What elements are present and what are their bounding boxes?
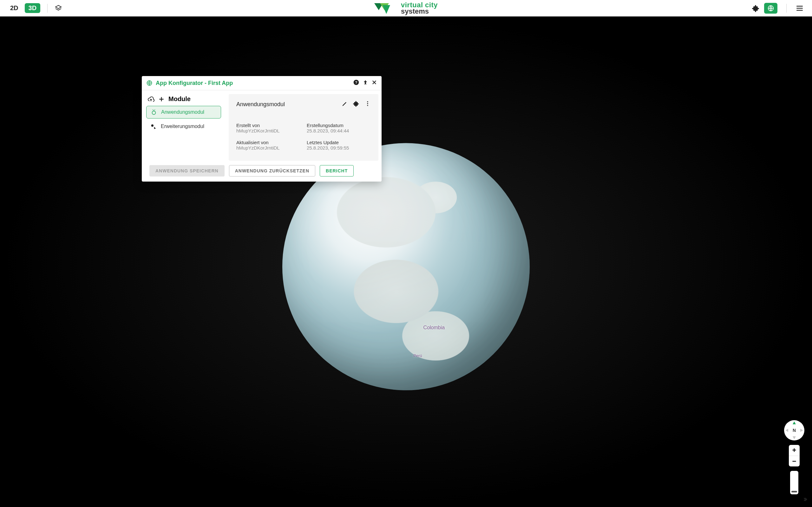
globe-icon [767,5,774,12]
compass[interactable]: N [784,420,804,441]
help-button[interactable]: ? [353,79,359,87]
view-2d-button[interactable]: 2D [6,3,22,13]
layers-button[interactable] [55,4,62,12]
module-section-title: Module [168,95,191,103]
more-vertical-icon [364,101,371,107]
module-detail-panel: Anwendungsmodul Erstellt von hMupYzDKorJ… [229,94,378,161]
globe-label-peru: Perú [413,353,422,358]
compass-letter: N [793,428,796,433]
edit-module-button[interactable] [342,101,348,108]
menu-button[interactable] [796,4,804,12]
svg-point-15 [152,111,156,114]
globe-mode-button[interactable] [764,3,777,14]
help-icon: ? [353,79,359,86]
module-plugin-button[interactable] [353,101,359,108]
zoom-in-button[interactable]: + [789,445,800,456]
divider [786,4,786,13]
svg-point-17 [367,101,368,102]
plus-icon [158,96,165,102]
svg-point-16 [151,124,154,127]
map-canvas[interactable]: Colombia Perú N + − [0,16,812,507]
close-button[interactable] [371,79,377,87]
navigation-controls: N + − [784,420,804,494]
brand: virtual city systems [374,2,438,15]
updated-at-value: 25.8.2023, 09:59:55 [307,145,371,151]
module-more-button[interactable] [364,101,371,108]
module-item-label: Erweiterungsmodul [161,124,204,129]
cloud-upload-icon [148,96,154,103]
dialog-title: App Konfigurator - First App [156,80,350,87]
updated-by-value: hMupYzDKorJrntiDL [236,145,300,151]
created-by-label: Erstellt von [236,123,300,128]
compass-south-arrow-icon [793,436,796,439]
globe-icon [146,80,153,86]
report-button[interactable]: BERICHT [320,165,354,176]
tilt-handle [792,491,797,493]
chevron-double-right-icon [803,497,808,502]
updated-at-label: Letztes Update [307,140,371,145]
puzzle-icon [353,101,359,107]
pencil-icon [342,101,348,107]
module-item-anwendungsmodul[interactable]: Anwendungsmodul [146,106,221,118]
svg-point-18 [367,103,368,104]
pin-button[interactable] [362,79,368,87]
module-item-erweiterungsmodul[interactable]: Erweiterungsmodul [146,120,221,132]
close-icon [371,79,377,85]
view-mode-group: 2D 3D [0,3,62,13]
expand-footer-button[interactable] [803,497,808,503]
brand-logo-icon [374,2,397,14]
created-at-value: 25.8.2023, 09:44:44 [307,128,371,133]
pin-icon [362,79,368,85]
reset-app-button[interactable]: ANWENDUNG ZURÜCKSETZEN [229,165,315,176]
svg-point-19 [367,105,368,106]
extension-module-icon [150,123,157,130]
compass-east-arrow-icon [800,429,803,432]
upload-module-button[interactable] [148,96,154,103]
save-app-button: ANWENDUNG SPEICHERN [149,165,224,176]
layers-icon [55,4,62,12]
created-at-label: Erstellungsdatum [307,123,371,128]
dialog-footer: ANWENDUNG SPEICHERN ANWENDUNG ZURÜCKSETZ… [142,161,382,181]
brand-line2: systems [401,8,438,15]
compass-west-arrow-icon [785,429,788,432]
add-module-button[interactable] [158,96,165,102]
divider [47,4,48,13]
puzzle-icon [752,4,760,12]
module-detail-title: Anwendungsmodul [236,101,337,108]
svg-text:?: ? [355,80,357,84]
application-module-icon [150,109,157,116]
dialog-header: App Konfigurator - First App ? [142,76,382,90]
hamburger-icon [796,4,804,12]
svg-marker-0 [55,5,61,9]
module-item-label: Anwendungsmodul [161,109,204,115]
svg-marker-3 [383,5,390,14]
app-configurator-dialog: App Konfigurator - First App ? Module [142,76,382,181]
tilt-slider[interactable] [790,471,798,494]
globe-label-colombia: Colombia [423,325,445,331]
view-3d-button[interactable]: 3D [25,3,41,13]
top-toolbar: 2D 3D virtual city systems [0,0,812,16]
plugin-button[interactable] [752,4,760,12]
compass-north-arrow-icon [793,421,796,424]
zoom-control: + − [789,445,800,466]
zoom-out-button[interactable]: − [789,456,800,466]
created-by-value: hMupYzDKorJrntiDL [236,128,300,133]
updated-by-label: Aktualisiert von [236,140,300,145]
module-list-panel: Module Anwendungsmodul Erweiterungsmodul [145,94,221,161]
